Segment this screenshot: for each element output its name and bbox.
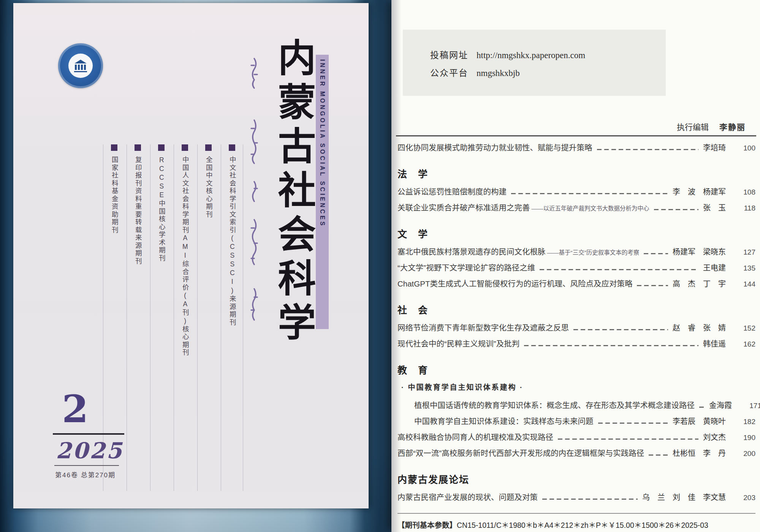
entry-page: 135	[737, 264, 755, 272]
toc-entry[interactable]: ChatGPT类生成式人工智能侵权行为的运行机理、风险点及应对策略高 杰 丁 宇…	[397, 277, 755, 293]
toc-entry[interactable]: 现代社会中的“民粹主义规训”及批判韩佳遥162	[397, 337, 755, 353]
entry-title: ChatGPT类生成式人工智能侵权行为的运行机理、风险点及应对策略	[397, 277, 632, 289]
toc-page: 投稿网址http://nmgshkx.paperopen.com 公众平台nmg…	[391, 0, 760, 532]
entry-page: 171	[743, 402, 760, 410]
entry-authors: 韩佳遥	[703, 338, 726, 349]
entry-authors: 杜彬恒 李 丹	[673, 447, 726, 458]
journal-parameters-line: 【期刊基本参数】CN15-1011/C＊1980＊b＊A4＊212＊zh＊P＊￥…	[397, 519, 755, 530]
entry-title: 内蒙古民宿产业发展的现状、问题及对策	[397, 491, 538, 502]
submission-notice-box: 投稿网址http://nmgshkx.paperopen.com 公众平台nmg…	[403, 30, 666, 96]
toc-entry[interactable]: 关联企业实质合并破产标准适用之完善——以近五年破产裁判文书大数据分析为中心张 玉…	[397, 201, 755, 217]
dash-leader	[644, 253, 668, 254]
toc-entry[interactable]: 中国教育学自主知识体系建设：实践样态与未来问题李若辰 黄晓叶182	[397, 415, 755, 431]
dash-leader	[654, 209, 698, 210]
editor-name: 李静丽	[719, 123, 746, 131]
entry-title: 植根中国话语传统的教育学知识体系：概念生成、存在形态及其学术概念建设路径	[414, 399, 695, 410]
entry-title: 中国教育学自主知识体系建设：实践样态与未来问题	[414, 415, 594, 426]
toc-entry[interactable]: 公益诉讼惩罚性赔偿制度的构建李 波 杨建军108	[397, 185, 755, 201]
bullet-square-icon	[182, 144, 188, 151]
mongolian-script	[246, 56, 263, 339]
submission-site-label: 投稿网址	[430, 50, 468, 60]
accolade-columns: 国家社科基金资助期刊复印报刊资料重要转载来源期刊RCCSE中国核心学术期刊中国人…	[103, 144, 243, 491]
entry-title: 高校科教融合协同育人的机理校准及实现路径	[397, 431, 553, 442]
entry-subtitle: ——以近五年破产裁判文书大数据分析为中心	[532, 204, 649, 212]
bullet-square-icon	[229, 144, 235, 151]
dash-leader	[524, 345, 698, 346]
submission-site-row: 投稿网址http://nmgshkx.paperopen.com	[430, 46, 666, 64]
wechat-row: 公众平台nmgshkxbjb	[430, 64, 666, 82]
issue-divider-top	[53, 433, 124, 435]
toc-entry[interactable]: 塞北中俄民族村落景观遗存的民间文化根脉——基于“三交”历史叙事文本的考察杨建军 …	[397, 245, 755, 261]
issue-number: 2	[62, 390, 89, 428]
editor-label: 执行编辑	[677, 123, 709, 131]
entry-authors: 李若辰 黄晓叶	[673, 415, 726, 426]
toc-entry[interactable]: “大文学”视野下文学理论扩容的路径之维王电建135	[397, 261, 755, 277]
entry-authors: 金海霞	[709, 399, 732, 410]
issue-year: 2025	[56, 438, 123, 464]
dash-leader	[649, 454, 668, 456]
dash-leader	[699, 407, 705, 408]
section-header: 内蒙古发展论坛	[397, 472, 755, 486]
toc-entry[interactable]: 植根中国话语传统的教育学知识体系：概念生成、存在形态及其学术概念建设路径金海霞1…	[397, 399, 755, 415]
dash-leader	[542, 499, 638, 500]
entry-title: 塞北中俄民族村落景观遗存的民间文化根脉	[397, 245, 546, 257]
entry-page: 144	[737, 280, 755, 288]
entry-page: 108	[737, 188, 755, 196]
entry-title: “大文学”视野下文学理论扩容的路径之维	[397, 261, 535, 273]
issue-divider-bottom	[54, 465, 119, 466]
entry-authors: 乌 兰 刘 佳 李文慧	[642, 491, 726, 502]
header-rule	[396, 135, 756, 136]
entry-page: 152	[737, 324, 755, 332]
entry-title: 网络节俭消费下青年新型数字化生存及遮蔽之反思	[397, 321, 569, 333]
entry-authors: 李培琦	[703, 142, 726, 153]
entry-page: 100	[737, 144, 755, 152]
wechat-id: nmgshkxbjb	[477, 68, 520, 78]
dash-leader	[637, 285, 668, 286]
accolade-column: 全国中文核心期刊	[197, 144, 219, 491]
section-subheader: · 中国教育学自主知识体系建构 ·	[397, 382, 755, 397]
seal-emblem	[68, 54, 93, 78]
toc-entry[interactable]: 网络节俭消费下青年新型数字化生存及遮蔽之反思赵 睿 张 婧152	[397, 321, 755, 337]
seal-columns-shape	[75, 65, 86, 70]
toc-entry[interactable]: 四化协同发展模式助推劳动力就业韧性、赋能与提升策略李培琦100	[397, 141, 755, 157]
dash-leader	[597, 149, 699, 150]
dash-leader	[540, 269, 698, 270]
entry-page: 190	[737, 434, 755, 442]
toc-list: 四化协同发展模式助推劳动力就业韧性、赋能与提升策略李培琦100法 学公益诉讼惩罚…	[397, 141, 755, 530]
entry-authors: 刘文杰	[703, 431, 726, 442]
accolade-column: RCCSE中国核心学术期刊	[150, 144, 172, 491]
section-header: 法 学	[397, 166, 755, 180]
seal-roof-shape	[74, 60, 87, 63]
bullet-square-icon	[111, 144, 117, 151]
submission-site-url[interactable]: http://nmgshkx.paperopen.com	[477, 51, 585, 60]
toc-entry[interactable]: 高校科教融合协同育人的机理校准及实现路径刘文杰190	[397, 431, 755, 447]
accolade-text: 中文社会科学引文索引(CSSCI)来源期刊	[229, 156, 236, 326]
accolade-text: 中国人文社会科学期刊AMI综合评价(A刊)核心期刊	[182, 156, 188, 357]
toc-entry[interactable]: 西部“双一流”高校服务新时代西部大开发形成的内在逻辑框架与实践路径杜彬恒 李 丹…	[397, 447, 755, 463]
accolade-column: 中文社会科学引文索引(CSSCI)来源期刊	[221, 144, 243, 491]
section-header: 文 学	[397, 226, 755, 240]
volume-note: 第46卷 总第270期	[55, 470, 116, 479]
toc-entry[interactable]: 内蒙古民宿产业发展的现状、问题及对策乌 兰 刘 佳 李文慧203	[397, 491, 755, 507]
entry-page: 162	[737, 340, 755, 348]
entry-title: 关联企业实质合并破产标准适用之完善	[397, 201, 530, 213]
journal-cover: 内蒙古社会科学 INNER MONGOLIA SOCIAL SCIENCES 国…	[13, 3, 369, 508]
entry-page: 182	[737, 418, 755, 426]
english-title-text: INNER MONGOLIA SOCIAL SCIENCES	[319, 59, 326, 329]
entry-page: 127	[737, 248, 755, 256]
seal-base-line	[74, 71, 87, 72]
dash-leader	[598, 423, 668, 424]
accolade-text: 国家社科基金资助期刊	[111, 156, 118, 234]
accolade-column: 中国人文社会科学期刊AMI综合评价(A刊)核心期刊	[174, 144, 196, 491]
section-header: 社 会	[397, 302, 755, 316]
entry-page: 200	[737, 450, 755, 458]
entry-page: 203	[737, 494, 755, 502]
entry-authors: 高 杰 丁 宇	[673, 278, 726, 289]
dash-leader	[573, 329, 668, 330]
executive-editor-line: 执行编辑李静丽	[677, 121, 746, 132]
entry-title: 西部“双一流”高校服务新时代西部大开发形成的内在逻辑框架与实践路径	[397, 447, 644, 458]
entry-title: 现代社会中的“民粹主义规训”及批判	[397, 337, 519, 349]
footer-rule	[397, 513, 755, 514]
entry-authors: 王电建	[703, 262, 726, 273]
wechat-label: 公众平台	[430, 68, 468, 78]
